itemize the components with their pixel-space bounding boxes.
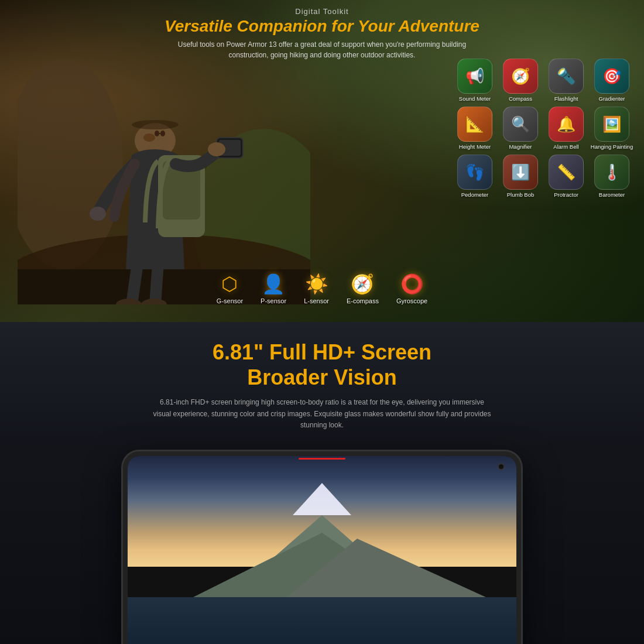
top-header: Digital Toolkit Versatile Companion for … [0, 0, 644, 60]
top-title: Versatile Companion for Your Adventure [0, 17, 644, 36]
tool-label-flashlight: Flashlight [554, 95, 578, 102]
svg-point-9 [208, 142, 225, 156]
sensors-row: ⬡ G-sensor 👤 P-sensor ☀️ L-sensor 🧭 E-co… [217, 273, 427, 304]
sensor-icon-e-compass: 🧭 [351, 273, 374, 295]
tool-icon-gradienter: 🎯 [594, 59, 629, 94]
tool-item-gradienter: 🎯 Gradienter [591, 59, 632, 102]
tool-icon-flashlight: 🔦 [549, 59, 584, 94]
title-line2: Broader Vision [247, 365, 396, 389]
snow-cap [293, 483, 351, 515]
svg-point-10 [143, 133, 155, 142]
sensor-item-l-sensor: ☀️ L-sensor [304, 273, 329, 304]
tool-icon-height-meter: 📐 [457, 107, 492, 142]
tool-item-hanging-painting: 🖼️ Hanging Painting [591, 107, 632, 150]
phone-mockup [123, 451, 521, 644]
hero-image [18, 47, 322, 310]
sensor-icon-g-sensor: ⬡ [221, 273, 238, 295]
sensor-item-p-sensor: 👤 P-sensor [261, 273, 286, 304]
sensor-item-gyroscope: ⭕ Gyroscope [396, 273, 427, 304]
sensor-label-e-compass: E-compass [347, 297, 379, 304]
person-illustration [18, 47, 310, 304]
tool-icon-barometer: 🌡️ [594, 155, 629, 190]
tool-label-pedometer: Pedometer [461, 191, 488, 198]
tool-label-hanging-painting: Hanging Painting [591, 143, 633, 150]
tool-item-sound-meter: 📢 Sound Meter [454, 59, 495, 102]
bottom-section: 6.81" Full HD+ Screen Broader Vision 6.8… [0, 322, 644, 644]
red-accent-line [299, 458, 345, 460]
tool-label-magnifier: Magnifier [509, 143, 532, 150]
tool-icon-alarm-bell: 🔔 [549, 107, 584, 142]
tool-item-protractor: 📏 Protractor [546, 155, 587, 198]
sensor-label-l-sensor: L-sensor [304, 297, 329, 304]
sensor-label-p-sensor: P-sensor [261, 297, 286, 304]
tool-item-pedometer: 👣 Pedometer [454, 155, 495, 198]
tool-label-protractor: Protractor [554, 191, 578, 198]
svg-point-11 [155, 131, 159, 136]
bottom-title: 6.81" Full HD+ Screen Broader Vision [12, 340, 632, 390]
tool-label-barometer: Barometer [599, 191, 625, 198]
sensor-item-e-compass: 🧭 E-compass [347, 273, 379, 304]
sensor-label-gyroscope: Gyroscope [396, 297, 427, 304]
tool-item-height-meter: 📐 Height Meter [454, 107, 495, 150]
tool-icon-compass: 🧭 [503, 59, 538, 94]
sensor-item-g-sensor: ⬡ G-sensor [217, 273, 243, 304]
bottom-header: 6.81" Full HD+ Screen Broader Vision 6.8… [0, 322, 644, 440]
top-section: Digital Toolkit Versatile Companion for … [0, 0, 644, 322]
tool-label-compass: Compass [509, 95, 532, 102]
tool-item-barometer: 🌡️ Barometer [591, 155, 632, 198]
svg-point-14 [90, 207, 106, 221]
tool-icon-pedometer: 👣 [457, 155, 492, 190]
sensor-icon-gyroscope: ⭕ [400, 273, 424, 295]
tool-label-sound-meter: Sound Meter [459, 95, 491, 102]
bottom-description: 6.81-inch FHD+ screen bringing high scre… [152, 397, 492, 431]
sensor-label-g-sensor: G-sensor [217, 297, 243, 304]
phone-area [0, 451, 644, 644]
tool-icon-protractor: 📏 [549, 155, 584, 190]
tool-item-alarm-bell: 🔔 Alarm Bell [546, 107, 587, 150]
tool-icon-magnifier: 🔍 [503, 107, 538, 142]
tool-item-flashlight: 🔦 Flashlight [546, 59, 587, 102]
svg-point-17 [132, 120, 179, 129]
tool-label-alarm-bell: Alarm Bell [553, 143, 578, 150]
svg-point-12 [160, 131, 165, 136]
tool-icon-sound-meter: 📢 [457, 59, 492, 94]
tool-item-plumb-bob: ⬇️ Plumb Bob [500, 155, 541, 198]
tool-item-compass: 🧭 Compass [500, 59, 541, 102]
tool-label-gradienter: Gradienter [599, 95, 625, 102]
camera-cutout [498, 463, 505, 470]
tool-icon-hanging-painting: 🖼️ [594, 107, 629, 142]
sensor-icon-l-sensor: ☀️ [305, 273, 328, 295]
tool-label-plumb-bob: Plumb Bob [507, 191, 534, 198]
phone-screen-water [128, 597, 516, 644]
badge-label: Digital Toolkit [0, 7, 644, 16]
title-line1: 6.81" Full HD+ Screen [213, 340, 431, 364]
tools-grid: 📢 Sound Meter 🧭 Compass 🔦 Flashlight 🎯 G… [454, 59, 632, 198]
tool-item-magnifier: 🔍 Magnifier [500, 107, 541, 150]
top-description: Useful tools on Power Armor 13 offer a g… [176, 39, 468, 60]
tool-icon-plumb-bob: ⬇️ [503, 155, 538, 190]
sensor-icon-p-sensor: 👤 [262, 273, 285, 295]
phone-screen-mountain [228, 515, 416, 597]
tool-label-height-meter: Height Meter [459, 143, 491, 150]
